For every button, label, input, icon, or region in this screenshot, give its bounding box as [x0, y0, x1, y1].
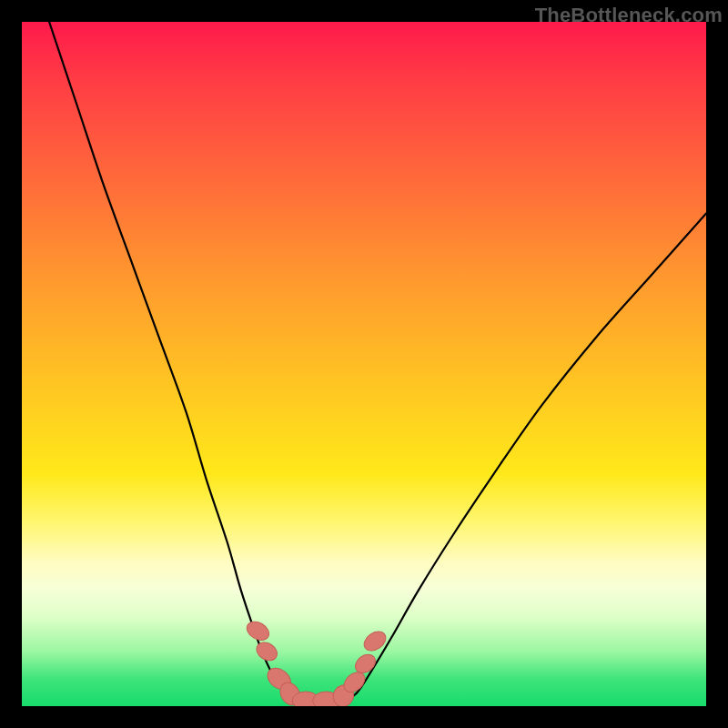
chart-plot-area: [22, 22, 706, 706]
curve-layer: [49, 22, 706, 704]
marker-blob: [360, 628, 389, 655]
bottleneck-curve: [49, 22, 706, 704]
watermark-text: TheBottleneck.com: [535, 4, 723, 27]
chart-svg: [22, 22, 706, 706]
marker-blob: [244, 618, 273, 644]
chart-stage: TheBottleneck.com: [0, 0, 728, 728]
marker-blob: [253, 639, 280, 664]
